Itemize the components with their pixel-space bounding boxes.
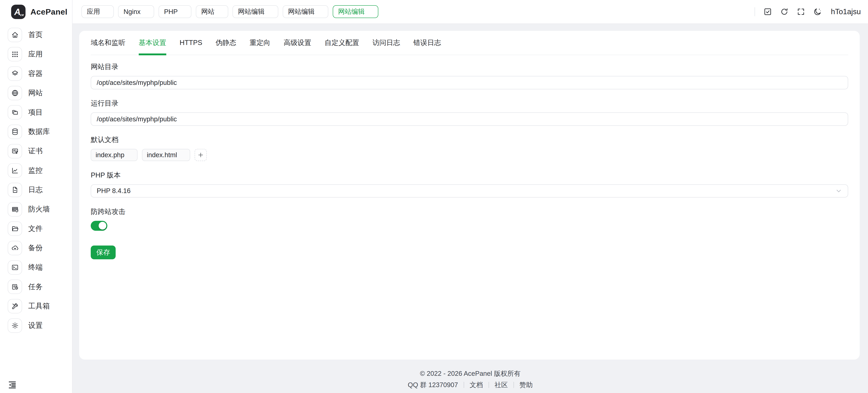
header-action-refresh[interactable]: [780, 7, 789, 16]
close-icon[interactable]: [144, 9, 149, 14]
site-dir-label: 网站目录: [91, 62, 848, 71]
sidebar-item-monitoring[interactable]: 监控: [0, 163, 72, 178]
page-tab-label: PHP: [164, 8, 178, 16]
page-tab-apps[interactable]: 应用: [82, 5, 114, 18]
default-docs-tags: index.php index.html: [91, 149, 848, 161]
run-dir-label: 运行目录: [91, 99, 848, 108]
page-tab-label: 网站编辑: [338, 7, 365, 16]
footer-link[interactable]: 赞助: [520, 381, 533, 390]
basic-settings-form: 网站目录 运行目录 默认文档 index.php: [91, 55, 848, 259]
settings-tab-label: 错误日志: [413, 38, 441, 48]
sidebar-item-files[interactable]: 文件: [0, 221, 72, 236]
sidebar-item-home[interactable]: 首页: [0, 28, 72, 42]
settings-tab-basic-settings[interactable]: 基本设置: [139, 31, 166, 55]
acepanel-app: A ce AcePanel 首页 应用 容器 网站: [0, 0, 868, 393]
footer-link[interactable]: 社区: [495, 381, 508, 390]
page-tab-label: Nginx: [124, 8, 141, 16]
close-icon[interactable]: [103, 9, 108, 14]
save-button[interactable]: 保存: [91, 245, 116, 259]
close-icon[interactable]: [268, 9, 273, 14]
header-divider: [754, 7, 755, 16]
site-dir-input[interactable]: [91, 76, 848, 89]
footer-links: 文档 社区 赞助: [458, 381, 533, 390]
default-doc-tag-list: index.php index.html: [91, 149, 190, 161]
settings-tab-custom-config[interactable]: 自定义配置: [324, 31, 359, 55]
settings-tab-domain-listen[interactable]: 域名和监听: [91, 31, 125, 55]
task-clock-icon: [11, 283, 19, 291]
sidebar-item-certificates[interactable]: 证书: [0, 144, 72, 158]
sidebar-item-label: 证书: [28, 146, 42, 156]
sidebar-item-terminal[interactable]: 终端: [0, 260, 72, 275]
default-doc-tag-index-php: index.php: [91, 149, 137, 161]
default-doc-tag-label: index.html: [147, 151, 177, 159]
xss-toggle[interactable]: [91, 221, 107, 231]
sidebar-item-label: 容器: [28, 69, 42, 79]
page-tab-sites[interactable]: 网站: [196, 5, 228, 18]
header-action-icons: [763, 7, 822, 16]
settings-tabs: 域名和监听 基本设置 HTTPS 伪静态 重定向 高级设置 自定义配置 访问日: [91, 31, 848, 55]
sidebar-item-toolbox[interactable]: 工具箱: [0, 299, 72, 313]
close-icon[interactable]: [368, 9, 373, 14]
username[interactable]: hTo1ajsu: [831, 7, 861, 16]
footer: © 2022 - 2026 AcePanel 版权所有 QQ 群 1237090…: [72, 369, 868, 390]
sidebar-item-containers[interactable]: 容器: [0, 66, 72, 81]
settings-tab-label: 域名和监听: [91, 38, 125, 48]
page-tab-nginx[interactable]: Nginx: [118, 5, 154, 18]
settings-tab-label: 伪静态: [215, 38, 236, 48]
logo-sub-letters: ce: [20, 13, 24, 17]
cloud-upload-icon: [11, 244, 19, 252]
php-version-field: PHP 版本 PHP 8.4.16: [91, 171, 848, 198]
footer-link[interactable]: 文档: [470, 381, 483, 390]
sidebar-item-logs[interactable]: 日志: [0, 183, 72, 197]
brand[interactable]: A ce AcePanel: [0, 0, 72, 24]
page-tab-site-edit-3[interactable]: 网站编辑: [333, 5, 378, 18]
home-icon: [11, 31, 19, 39]
site-edit-card: 域名和监听 基本设置 HTTPS 伪静态 重定向 高级设置 自定义配置 访问日: [79, 31, 860, 360]
sidebar-item-apps[interactable]: 应用: [0, 47, 72, 61]
sidebar-item-label: 网站: [28, 88, 42, 98]
page-tab-php[interactable]: PHP: [159, 5, 191, 18]
header-action-todo[interactable]: [763, 7, 772, 16]
footer-separator: [489, 382, 489, 388]
settings-tab-rewrite[interactable]: 伪静态: [215, 31, 236, 55]
folder-open-icon: [11, 225, 19, 233]
log-file-icon: [11, 186, 19, 194]
fullscreen-icon: [797, 7, 805, 16]
sidebar-item-label: 设置: [28, 321, 42, 330]
page-tab-site-edit-2[interactable]: 网站编辑: [283, 5, 328, 18]
settings-tab-error-log[interactable]: 错误日志: [413, 31, 441, 55]
sidebar-item-label: 日志: [28, 185, 42, 195]
settings-tab-advanced[interactable]: 高级设置: [284, 31, 311, 55]
close-icon[interactable]: [218, 9, 223, 14]
run-dir-input[interactable]: [91, 113, 848, 126]
sidebar-item-websites[interactable]: 网站: [0, 86, 72, 100]
add-default-doc-button[interactable]: [195, 149, 207, 161]
brand-name: AcePanel: [30, 7, 67, 17]
xss-protection-field: 防跨站攻击: [91, 207, 848, 233]
settings-tab-https[interactable]: HTTPS: [180, 31, 202, 55]
sidebar-item-tasks[interactable]: 任务: [0, 279, 72, 294]
sidebar-item-projects[interactable]: 项目: [0, 105, 72, 120]
collapse-sidebar-button[interactable]: [7, 380, 17, 390]
open-page-tabs: 应用 Nginx PHP 网站 网站编辑 网站编辑: [82, 5, 754, 18]
close-icon[interactable]: [128, 153, 133, 158]
sidebar-item-firewall[interactable]: 防火墙: [0, 202, 72, 217]
apps-grid-icon: [11, 51, 19, 58]
header-action-dark-mode[interactable]: [813, 7, 822, 16]
xss-protection-label: 防跨站攻击: [91, 207, 848, 216]
sidebar-item-backups[interactable]: 备份: [0, 241, 72, 255]
sidebar-item-settings[interactable]: 设置: [0, 319, 72, 333]
page-tab-label: 网站编辑: [238, 7, 265, 16]
footer-link-wrap-docs: 文档: [458, 381, 483, 390]
settings-tab-access-log[interactable]: 访问日志: [372, 31, 400, 55]
close-icon[interactable]: [181, 9, 186, 14]
php-version-select[interactable]: PHP 8.4.16: [91, 184, 848, 198]
sidebar-item-databases[interactable]: 数据库: [0, 125, 72, 139]
footer-link-wrap-sponsor: 赞助: [508, 381, 533, 390]
settings-tab-redirect[interactable]: 重定向: [249, 31, 270, 55]
close-icon[interactable]: [318, 9, 323, 14]
page-tab-site-edit-1[interactable]: 网站编辑: [232, 5, 278, 18]
header-action-fullscreen[interactable]: [797, 7, 805, 16]
plus-icon: [198, 152, 204, 158]
close-icon[interactable]: [181, 153, 186, 158]
